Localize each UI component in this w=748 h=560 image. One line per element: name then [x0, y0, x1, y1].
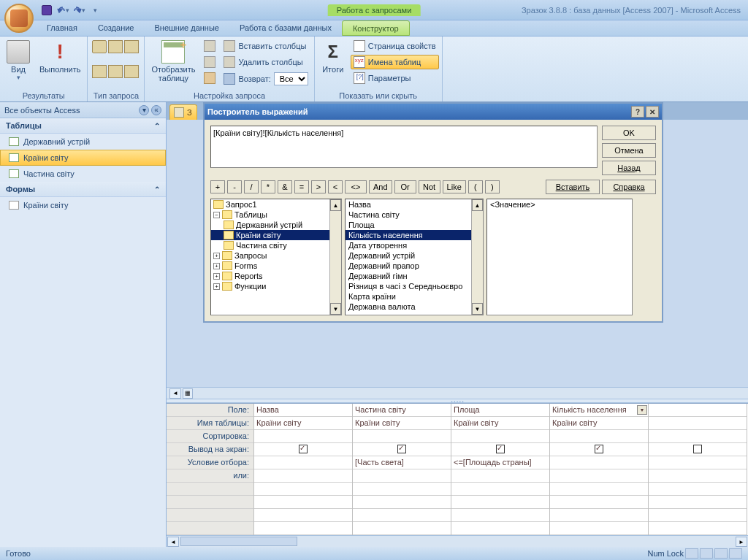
- show-table-button[interactable]: + Отобразить таблицу: [148, 39, 199, 84]
- grid-cell[interactable]: [254, 522, 352, 535]
- operator-button[interactable]: &: [278, 180, 292, 193]
- fields-list[interactable]: НазваЧастина світуПлощаКількість населен…: [345, 199, 484, 315]
- tree-item[interactable]: Запрос1: [211, 199, 341, 210]
- grid-cell[interactable]: Кількість населення▼: [550, 404, 648, 417]
- field-item[interactable]: Державний гімн: [346, 271, 483, 281]
- ribbon-tab-4[interactable]: Конструктор: [342, 20, 410, 36]
- grid-cell[interactable]: [550, 509, 648, 522]
- expression-textarea[interactable]: [Країни світу]![Кількість населення]: [210, 126, 598, 168]
- values-list[interactable]: <Значение>: [486, 199, 633, 315]
- grid-cell[interactable]: [550, 456, 648, 469]
- delete-rows-button[interactable]: [201, 55, 218, 69]
- checkbox[interactable]: [299, 445, 308, 453]
- grid-cell[interactable]: [649, 469, 747, 483]
- insert-rows-button[interactable]: [201, 39, 218, 53]
- ribbon-tab-1[interactable]: Создание: [88, 20, 145, 36]
- operator-button[interactable]: <: [328, 180, 343, 193]
- operator-button[interactable]: Like: [443, 180, 466, 193]
- grid-cell[interactable]: [353, 522, 451, 535]
- qat-save[interactable]: [40, 4, 53, 17]
- operator-button[interactable]: Or: [394, 180, 416, 193]
- query-crosstab-icon[interactable]: [108, 40, 123, 53]
- grid-cell[interactable]: Країни світу: [550, 417, 648, 430]
- office-button[interactable]: [4, 4, 34, 33]
- grid-cell[interactable]: [353, 483, 451, 496]
- field-item[interactable]: Частина світу: [346, 210, 483, 220]
- qat-redo[interactable]: ▾: [72, 4, 85, 17]
- operator-button[interactable]: >: [311, 180, 326, 193]
- grid-cell[interactable]: [254, 483, 352, 496]
- paste-button[interactable]: Вставить: [546, 180, 600, 194]
- delete-columns-button[interactable]: Удалить столбцы: [221, 55, 310, 69]
- operator-button[interactable]: -: [227, 180, 242, 193]
- field-item[interactable]: Карта країни: [346, 291, 483, 302]
- query-update-icon[interactable]: [92, 65, 107, 78]
- view-datasheet-button[interactable]: [685, 548, 698, 559]
- dialog-titlebar[interactable]: Построитель выражений ? ✕: [205, 104, 662, 120]
- return-select[interactable]: Возврат: Все: [221, 71, 310, 87]
- tree-item[interactable]: Державний устрій: [211, 220, 341, 230]
- value-item[interactable]: <Значение>: [487, 199, 632, 210]
- tree-item[interactable]: Країни світу: [211, 230, 341, 240]
- field-item[interactable]: Різниця в часі з Середньоєвро: [346, 281, 483, 291]
- grid-cell[interactable]: [Часть света]: [353, 456, 451, 469]
- grid-cell[interactable]: [550, 522, 648, 535]
- grid-cell[interactable]: [550, 469, 648, 483]
- back-button[interactable]: Назад: [602, 161, 656, 175]
- navpane-collapse-icon[interactable]: «: [151, 105, 161, 115]
- table-names-button[interactable]: xyzИмена таблиц: [351, 55, 439, 69]
- operator-button[interactable]: Not: [419, 180, 440, 193]
- grid-cell[interactable]: [649, 430, 747, 443]
- grid-cell[interactable]: Країни світу: [353, 417, 451, 430]
- grid-cell[interactable]: Частина світу: [353, 404, 451, 417]
- grid-cell[interactable]: [649, 496, 747, 509]
- grid-cell[interactable]: [451, 509, 549, 522]
- hscroll-top[interactable]: ◄▦: [167, 387, 748, 399]
- ok-button[interactable]: OK: [602, 126, 656, 140]
- checkbox[interactable]: [595, 445, 603, 453]
- grid-cell[interactable]: [353, 496, 451, 509]
- grid-cell[interactable]: [353, 469, 451, 483]
- grid-cell[interactable]: [353, 443, 451, 456]
- scrollbar[interactable]: ▲▼: [471, 199, 483, 315]
- grid-cell[interactable]: [550, 496, 648, 509]
- grid-cell[interactable]: [451, 430, 549, 443]
- grid-cell[interactable]: [649, 456, 747, 469]
- query-select-icon[interactable]: [92, 40, 107, 53]
- grid-cell[interactable]: Країни світу: [254, 417, 352, 430]
- navpane-menu-icon[interactable]: ▾: [139, 105, 149, 115]
- operator-button[interactable]: (: [468, 180, 483, 193]
- insert-columns-button[interactable]: Вставить столбцы: [221, 39, 310, 53]
- operator-button[interactable]: *: [261, 180, 275, 193]
- query-delete-icon[interactable]: [124, 65, 139, 78]
- navpane-header[interactable]: Все объекты Access ▾ «: [0, 102, 166, 118]
- parameters-button[interactable]: [?]Параметры: [351, 71, 439, 85]
- grid-cell[interactable]: Площа: [451, 404, 549, 417]
- category-tree[interactable]: Запрос1 −ТаблицыДержавний устрійКраїни с…: [210, 199, 342, 315]
- grid-cell[interactable]: Назва: [254, 404, 352, 417]
- grid-cell[interactable]: [254, 469, 352, 483]
- grid-cell[interactable]: [550, 430, 648, 443]
- grid-cell[interactable]: [451, 483, 549, 496]
- tree-item[interactable]: +Запросы: [211, 250, 341, 261]
- operator-button[interactable]: And: [369, 180, 392, 193]
- view-pivot-button[interactable]: [729, 548, 742, 559]
- qat-undo[interactable]: ▾: [56, 4, 69, 17]
- ribbon-tab-3[interactable]: Работа с базами данных: [229, 20, 342, 36]
- tree-item[interactable]: +Reports: [211, 271, 341, 281]
- scrollbar[interactable]: ▲▼: [329, 199, 341, 315]
- operator-button[interactable]: <>: [345, 180, 367, 193]
- grid-cell[interactable]: [649, 404, 747, 417]
- operator-button[interactable]: =: [294, 180, 309, 193]
- navpane-table-item[interactable]: Країни світу: [0, 150, 166, 166]
- navpane-category-tables[interactable]: Таблицы⌃: [0, 118, 166, 134]
- grid-cell[interactable]: [649, 483, 747, 496]
- view-button[interactable]: Вид ▾: [3, 39, 34, 83]
- dialog-close-button[interactable]: ✕: [646, 106, 659, 118]
- ribbon-tab-0[interactable]: Главная: [37, 20, 88, 36]
- grid-cell[interactable]: [451, 443, 549, 456]
- grid-cell[interactable]: [649, 417, 747, 430]
- cancel-button[interactable]: Отмена: [602, 143, 656, 158]
- navpane-form-item[interactable]: Країни світу: [0, 197, 166, 213]
- tree-item[interactable]: −Таблицы: [211, 210, 341, 220]
